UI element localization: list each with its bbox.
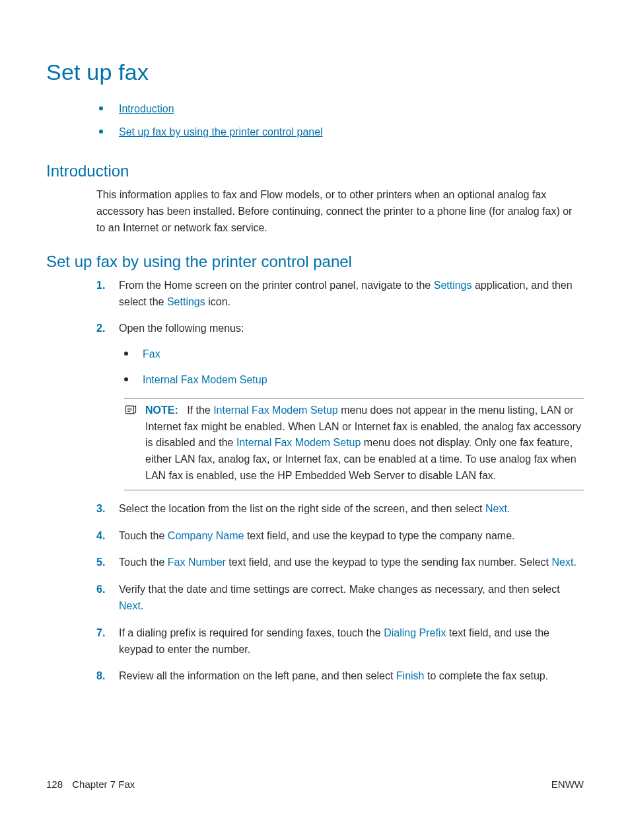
note-pre: If the <box>187 404 213 416</box>
heading-setup: Set up fax by using the printer control … <box>46 252 584 271</box>
note-icon <box>124 402 139 484</box>
ui-term-finish: Finish <box>396 670 425 681</box>
step-8-pre: Review all the information on the left p… <box>119 670 396 681</box>
step-5-pre: Touch the <box>119 556 168 568</box>
toc-list: Introduction Set up fax by using the pri… <box>46 97 584 143</box>
note-text: NOTE: If the Internal Fax Modem Setup me… <box>145 402 584 484</box>
step-3: Select the location from the list on the… <box>96 501 584 517</box>
step-4-post: text field, and use the keypad to type t… <box>244 530 514 541</box>
toc-item-setup: Set up fax by using the printer control … <box>119 120 584 143</box>
footer-right: ENWW <box>551 779 584 790</box>
ui-term-settings-app: Settings <box>434 280 472 291</box>
ui-term-fax-number: Fax Number <box>168 556 226 568</box>
step-8: Review all the information on the left p… <box>96 668 584 685</box>
steps-list: From the Home screen on the printer cont… <box>46 278 584 685</box>
footer-left: 128 Chapter 7 Fax <box>46 779 135 790</box>
step-1-text-post: icon. <box>205 296 230 307</box>
step-1-text-pre: From the Home screen on the printer cont… <box>119 280 434 291</box>
step-2: Open the following menus: Fax Internal F… <box>96 321 584 490</box>
step-3-pre: Select the location from the list on the… <box>119 503 485 514</box>
step-4-pre: Touch the <box>119 530 168 541</box>
toc-link-setup[interactable]: Set up fax by using the printer control … <box>119 126 323 137</box>
ui-term-internal-fax-modem-setup-2: Internal Fax Modem Setup <box>236 437 361 448</box>
step-7: If a dialing prefix is required for send… <box>96 625 584 658</box>
ui-term-settings-icon: Settings <box>167 296 205 307</box>
step-1: From the Home screen on the printer cont… <box>96 278 584 311</box>
step-7-pre: If a dialing prefix is required for send… <box>119 627 384 638</box>
step-6-post: . <box>141 600 143 611</box>
step-6: Verify that the date and time settings a… <box>96 582 584 615</box>
note-block: NOTE: If the Internal Fax Modem Setup me… <box>124 398 584 490</box>
toc-item-introduction: Introduction <box>119 97 584 120</box>
step-2-text: Open the following menus: <box>119 323 244 334</box>
menu-item-fax: Fax <box>143 346 584 363</box>
step-5: Touch the Fax Number text field, and use… <box>96 554 584 571</box>
step-2-menu-list: Fax Internal Fax Modem Setup <box>119 346 584 389</box>
heading-introduction: Introduction <box>46 162 584 180</box>
ui-term-company-name: Company Name <box>168 530 244 541</box>
intro-paragraph: This information applies to fax and Flow… <box>46 187 584 236</box>
note-label: NOTE: <box>145 404 178 416</box>
step-6-pre: Verify that the date and time settings a… <box>119 584 560 595</box>
step-5-mid: text field, and use the keypad to type t… <box>226 556 552 568</box>
footer-page-number: 128 <box>46 779 63 790</box>
menu-item-internal-fax-modem-setup: Internal Fax Modem Setup <box>143 372 584 389</box>
step-8-post: to complete the fax setup. <box>425 670 549 681</box>
ui-term-internal-fax-modem-setup-1: Internal Fax Modem Setup <box>213 404 338 416</box>
step-5-post: . <box>573 556 576 568</box>
ui-term-next-3: Next <box>119 600 141 611</box>
footer-chapter: Chapter 7 Fax <box>72 779 135 790</box>
page-title: Set up fax <box>46 59 584 85</box>
toc-link-introduction[interactable]: Introduction <box>119 103 174 114</box>
ui-term-next-1: Next <box>485 503 507 514</box>
ui-term-dialing-prefix: Dialing Prefix <box>384 627 446 638</box>
page-footer: 128 Chapter 7 Fax ENWW <box>46 779 584 790</box>
ui-term-next-2: Next <box>552 556 574 568</box>
step-4: Touch the Company Name text field, and u… <box>96 528 584 545</box>
step-3-post: . <box>507 503 510 514</box>
